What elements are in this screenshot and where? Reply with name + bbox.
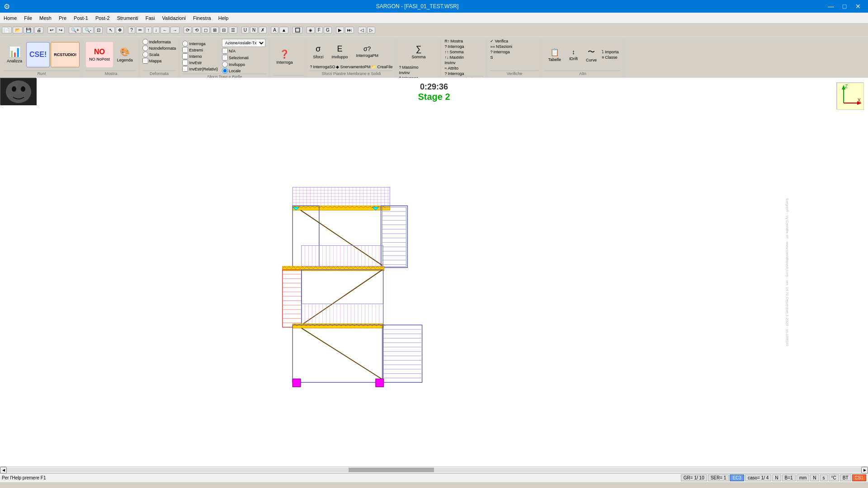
print-button[interactable]: 🖨 bbox=[34, 27, 43, 33]
zoom-in-button[interactable]: 🔍+ bbox=[69, 27, 81, 33]
scroll-right-btn[interactable]: ▶ bbox=[861, 467, 868, 474]
close-button[interactable]: ✕ bbox=[852, 0, 864, 13]
undo-button[interactable]: ↩ bbox=[47, 27, 56, 33]
analizza-button[interactable]: 📊 Analizza bbox=[4, 42, 25, 67]
menu-validazioni[interactable]: Validazioni bbox=[159, 13, 189, 23]
left-btn[interactable]: ← bbox=[160, 27, 170, 33]
nSezioni-check[interactable]: ==NSezioni bbox=[490, 44, 538, 49]
inviluppo-radio[interactable]: Inviluppo bbox=[222, 61, 245, 67]
menu-fasi[interactable]: Fasi bbox=[142, 13, 159, 23]
importa-check[interactable]: ⤵Importa bbox=[602, 50, 619, 54]
interroga-btn[interactable]: ❓ Interroga bbox=[273, 44, 296, 70]
attrito-check[interactable]: ≈Attrito bbox=[444, 66, 484, 70]
interroga-check[interactable]: Interroga bbox=[182, 41, 218, 47]
interrogaSO-check[interactable]: ? InterrogaSO bbox=[310, 65, 335, 69]
cse-button[interactable]: CSE! bbox=[26, 42, 50, 67]
tb-btn-a[interactable]: ⟳ bbox=[184, 27, 192, 33]
tb-btn-g[interactable]: U bbox=[241, 27, 249, 33]
minimize-button[interactable]: — bbox=[825, 0, 837, 13]
estremi-check[interactable]: Estremi bbox=[182, 47, 218, 53]
massimo-check[interactable]: ?Massimo bbox=[399, 65, 438, 70]
redo-button[interactable]: ↪ bbox=[57, 27, 65, 33]
maxMin-check[interactable]: ↑↓MaxMin bbox=[444, 55, 484, 60]
pencil-btn[interactable]: ✏ bbox=[136, 27, 144, 33]
interroga6-check[interactable]: ?Interroga bbox=[490, 50, 538, 54]
menu-file[interactable]: File bbox=[20, 13, 36, 23]
menu-mesh[interactable]: Mesh bbox=[36, 13, 55, 23]
menu-finestra[interactable]: Finestra bbox=[189, 13, 215, 23]
down-btn[interactable]: ↓ bbox=[153, 27, 160, 33]
canvas-area[interactable]: 0:29:36 Stage 2 Z X Sargon® - by Castali… bbox=[0, 78, 868, 466]
sforzi-btn[interactable]: σ Sforzi bbox=[310, 39, 326, 64]
tb-btn-j[interactable]: A bbox=[271, 27, 278, 33]
help-btn[interactable]: ? bbox=[128, 27, 135, 33]
menu-pre[interactable]: Pre bbox=[55, 13, 70, 23]
tb-btn-c[interactable]: ◻ bbox=[202, 27, 210, 33]
indeformata-check[interactable]: Indeformata bbox=[142, 39, 176, 45]
mostra2-check[interactable]: R↑Mostra bbox=[444, 39, 484, 43]
open-button[interactable]: 📂 bbox=[13, 27, 23, 33]
tabelle-btn[interactable]: 📋 Tabelle bbox=[545, 42, 564, 67]
mappa-check[interactable]: Mappa bbox=[142, 58, 176, 64]
interno-check[interactable]: Interno bbox=[182, 53, 218, 59]
tb-btn-l[interactable]: 🔲 bbox=[292, 27, 302, 33]
tb-btn-k[interactable]: ▲ bbox=[279, 27, 288, 33]
tb-btn-s[interactable]: ▷ bbox=[367, 27, 375, 33]
interroga5-check[interactable]: ?Interroga bbox=[444, 71, 484, 76]
tb-btn-h[interactable]: N bbox=[250, 27, 258, 33]
scroll-thumb[interactable] bbox=[349, 468, 434, 472]
somma-big-btn[interactable]: ∑ Somma bbox=[399, 39, 438, 64]
new-button[interactable]: 📄 bbox=[2, 27, 12, 33]
legenda-button[interactable]: 🎨 Legenda bbox=[114, 42, 136, 67]
noIndeformata-check[interactable]: NoIndeformata bbox=[142, 45, 176, 51]
snervamentoPM-check[interactable]: ◆ SnervamentoPM bbox=[336, 65, 370, 69]
tb-btn-q[interactable]: ⏭ bbox=[345, 27, 354, 33]
classe-check[interactable]: ≡Classe bbox=[602, 55, 619, 60]
somma2-check[interactable]: ↑↑Somma bbox=[444, 50, 484, 54]
na-check[interactable]: N/A bbox=[222, 48, 265, 54]
menu-post2[interactable]: Post-2 bbox=[92, 13, 113, 23]
somma3-check[interactable]: S bbox=[490, 55, 538, 60]
locale-radio[interactable]: Locale bbox=[222, 68, 245, 74]
azione-assiale-dropdown[interactable]: AzioneAssiale-Tx bbox=[222, 39, 265, 47]
invEstrRelativi-check[interactable]: InvEstr(Relativi) bbox=[182, 66, 218, 72]
curve-btn[interactable]: 〜 Curve bbox=[583, 42, 600, 67]
move-button[interactable]: ✥ bbox=[116, 27, 124, 33]
tb-btn-n[interactable]: F bbox=[316, 27, 323, 33]
interroga4-check[interactable]: ?Interroga bbox=[444, 44, 484, 49]
tb-btn-p[interactable]: ▶ bbox=[336, 27, 344, 33]
tb-btn-d[interactable]: ⊞ bbox=[211, 27, 219, 33]
inviluppo-btn[interactable]: E Inviluppo bbox=[328, 39, 351, 64]
rcstudio-button[interactable]: RCSTUDIO! bbox=[51, 42, 80, 67]
creaFile-check[interactable]: 📁 CreaFile bbox=[371, 65, 392, 69]
select-button[interactable]: ↖ bbox=[107, 27, 115, 33]
tb-btn-r[interactable]: ◁ bbox=[358, 27, 366, 33]
up-btn[interactable]: ↑ bbox=[145, 27, 152, 33]
invInv2-check[interactable]: InvInv bbox=[444, 61, 484, 65]
tb-btn-e[interactable]: ⊟ bbox=[220, 27, 228, 33]
scroll-left-btn[interactable]: ◀ bbox=[0, 467, 7, 474]
interrogaPM-btn[interactable]: σ? InterrogaPM bbox=[353, 39, 382, 64]
tb-btn-b[interactable]: ⟲ bbox=[193, 27, 201, 33]
nopost-button[interactable]: NO NO NoPost bbox=[86, 42, 113, 67]
invEstr-check[interactable]: InvEstr bbox=[182, 60, 218, 66]
selezionati-check[interactable]: Selezionati bbox=[222, 55, 265, 61]
scala-check[interactable]: Scala bbox=[142, 52, 176, 57]
idrift-btn[interactable]: ↕ IDrift bbox=[566, 42, 581, 67]
tb-btn-o[interactable]: G bbox=[324, 27, 332, 33]
save-button[interactable]: 💾 bbox=[24, 27, 33, 33]
menu-post1[interactable]: Post-1 bbox=[70, 13, 92, 23]
tb-btn-f[interactable]: ☰ bbox=[229, 27, 237, 33]
tb-btn-i[interactable]: ✗ bbox=[259, 27, 267, 33]
menu-home[interactable]: Home bbox=[0, 13, 20, 23]
hscrollbar[interactable]: ◀ ▶ bbox=[0, 466, 868, 473]
menu-help[interactable]: Help bbox=[215, 13, 232, 23]
tb-btn-m[interactable]: ◈ bbox=[307, 27, 315, 33]
invInv-check[interactable]: InvInv bbox=[399, 70, 438, 75]
verifica-check[interactable]: ✓Verifica bbox=[490, 39, 538, 43]
zoom-fit-button[interactable]: ⊡ bbox=[94, 27, 103, 33]
menu-strumenti[interactable]: Strumenti bbox=[113, 13, 142, 23]
maximize-button[interactable]: □ bbox=[838, 0, 851, 13]
zoom-out-button[interactable]: 🔍- bbox=[82, 27, 94, 33]
right-btn[interactable]: → bbox=[170, 27, 179, 33]
